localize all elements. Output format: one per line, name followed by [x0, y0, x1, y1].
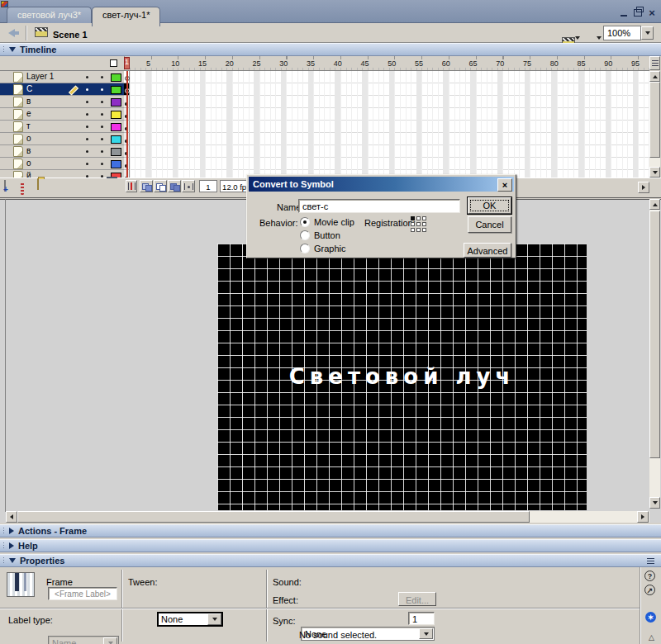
close-button[interactable]: ×	[646, 7, 658, 18]
behavior-radio-option[interactable]: Button	[300, 230, 354, 241]
help-panel-header[interactable]: Help	[0, 539, 661, 552]
insert-layer-button[interactable]	[4, 181, 6, 191]
outline-layers-icon[interactable]	[110, 59, 117, 67]
panel-gripper[interactable]	[2, 45, 6, 54]
layer-outline-color-swatch[interactable]	[111, 86, 121, 94]
timeline-scroll-down-button[interactable]	[649, 167, 660, 178]
registration-point[interactable]	[422, 216, 426, 220]
frames-grid[interactable]	[124, 71, 649, 178]
registration-point[interactable]	[422, 228, 426, 232]
layer-row[interactable]: о	[0, 158, 124, 170]
modify-onion-markers-button[interactable]	[182, 180, 195, 192]
add-motion-guide-button[interactable]	[21, 183, 24, 193]
panel-gripper[interactable]	[2, 556, 6, 565]
stage-scroll-up-button[interactable]	[649, 199, 660, 210]
back-arrow-icon[interactable]	[8, 29, 15, 37]
timeline-hscroll-right-button[interactable]	[638, 182, 649, 193]
registration-point[interactable]	[411, 228, 415, 232]
stage-scroll-down-button[interactable]	[649, 497, 660, 509]
center-frame-button[interactable]	[126, 180, 137, 192]
symbol-name-input[interactable]: свет-с	[298, 199, 460, 213]
layer-row[interactable]: т	[0, 121, 124, 133]
advanced-button[interactable]: Advanced	[464, 243, 511, 258]
stage-hscroll-thumb[interactable]	[17, 511, 530, 523]
registration-point[interactable]	[422, 222, 426, 226]
timeline-vscroll-thumb[interactable]	[649, 82, 660, 158]
edit-scene-dropdown-arrow[interactable]	[575, 36, 580, 40]
layer-outline-color-swatch[interactable]	[111, 98, 121, 107]
layer-lock-dot[interactable]	[101, 101, 103, 103]
layer-visibility-dot[interactable]	[86, 101, 88, 103]
layer-lock-dot[interactable]	[101, 138, 103, 140]
chevron-down-icon[interactable]	[207, 613, 221, 625]
registration-point[interactable]	[416, 216, 421, 220]
layer-row[interactable]: й	[0, 170, 124, 178]
collapse-panel-icon[interactable]: △	[649, 633, 654, 642]
panel-gripper[interactable]	[2, 527, 6, 535]
layer-row[interactable]: в	[0, 96, 124, 108]
playhead-marker[interactable]: 1	[124, 57, 130, 69]
layer-outline-color-swatch[interactable]	[111, 148, 121, 156]
registration-point-selected[interactable]	[411, 216, 415, 220]
layer-visibility-dot[interactable]	[86, 163, 88, 165]
layer-outline-color-swatch[interactable]	[111, 111, 121, 119]
dialog-title-bar[interactable]: Convert to Symbol	[249, 177, 514, 192]
chevron-down-icon[interactable]	[419, 628, 433, 639]
layer-lock-dot[interactable]	[101, 163, 103, 165]
registration-grid[interactable]	[411, 216, 426, 232]
layer-outline-color-swatch[interactable]	[111, 73, 121, 82]
layer-visibility-dot[interactable]	[86, 150, 88, 153]
stage-text[interactable]: Световой луч	[217, 364, 587, 389]
cancel-button[interactable]: Cancel	[468, 216, 511, 233]
edit-multiple-frames-button[interactable]	[168, 180, 181, 192]
layer-lock-dot[interactable]	[101, 88, 103, 91]
layer-visibility-dot[interactable]	[86, 113, 88, 116]
layer-visibility-dot[interactable]	[86, 76, 88, 78]
layer-row[interactable]: в	[0, 145, 124, 158]
layer-row[interactable]: C	[0, 83, 124, 96]
repeat-count-input[interactable]: 1	[408, 612, 435, 625]
layer-visibility-dot[interactable]	[86, 138, 88, 140]
layer-lock-dot[interactable]	[101, 76, 103, 78]
edit-symbol-dropdown-arrow[interactable]	[597, 36, 602, 40]
layer-row[interactable]: е	[0, 108, 124, 121]
behavior-radio-option[interactable]: Movie clip	[300, 216, 354, 228]
layer-outline-color-swatch[interactable]	[111, 160, 121, 168]
zoom-dropdown-button[interactable]	[641, 26, 654, 40]
behavior-radio-option[interactable]: Graphic	[300, 243, 354, 254]
actions-panel-header[interactable]: Actions - Frame	[0, 524, 661, 537]
registration-point[interactable]	[416, 228, 421, 232]
timeline-header[interactable]: Timeline	[0, 43, 661, 56]
document-tab[interactable]: свет-луч-1*	[92, 7, 160, 26]
layer-lock-dot[interactable]	[101, 150, 103, 153]
restore-button[interactable]	[632, 7, 644, 18]
panel-gripper[interactable]	[2, 542, 6, 550]
layer-lock-dot[interactable]	[101, 113, 103, 116]
properties-panel-header[interactable]: Properties	[0, 554, 661, 567]
registration-point[interactable]	[411, 222, 415, 226]
frame-label-input[interactable]: <Frame Label>	[48, 587, 117, 600]
layer-visibility-dot[interactable]	[86, 88, 88, 91]
stage-scroll-left-button[interactable]	[6, 511, 17, 523]
onion-skin-outlines-button[interactable]	[154, 180, 167, 192]
tween-dropdown[interactable]: None	[157, 612, 223, 627]
layer-outline-color-swatch[interactable]	[111, 123, 121, 131]
minimize-button[interactable]	[618, 7, 630, 18]
frame-view-menu-button[interactable]	[649, 56, 660, 70]
stage[interactable]: Световой луч	[217, 244, 587, 510]
layer-lock-dot[interactable]	[101, 125, 103, 128]
onion-skin-button[interactable]	[140, 180, 153, 192]
dialog-close-button[interactable]: ×	[497, 178, 512, 192]
accessibility-icon[interactable]: ✶	[645, 612, 656, 623]
timeline-scroll-up-button[interactable]	[649, 71, 660, 82]
layer-row[interactable]: о	[0, 133, 124, 145]
stage-scroll-right-button[interactable]	[637, 511, 649, 523]
help-icon[interactable]: ?	[644, 571, 655, 581]
ok-button[interactable]: OK	[468, 197, 511, 214]
popout-icon[interactable]: ↗	[644, 585, 655, 595]
registration-point[interactable]	[416, 222, 421, 226]
panel-menu-icon[interactable]	[647, 558, 654, 565]
layer-visibility-dot[interactable]	[86, 125, 88, 128]
stage-vscroll-thumb[interactable]	[649, 211, 660, 458]
layer-row[interactable]: Layer 1	[0, 71, 124, 83]
